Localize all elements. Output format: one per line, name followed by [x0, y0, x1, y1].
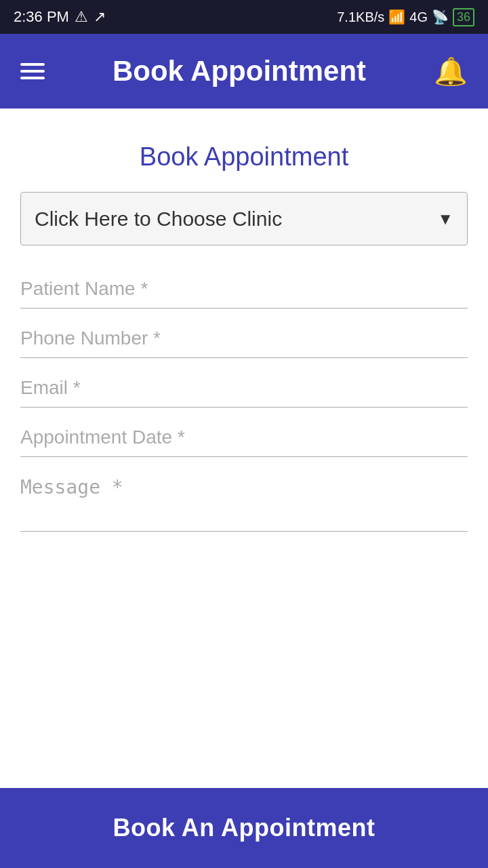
patient-name-group — [20, 266, 468, 309]
clinic-dropdown-wrapper[interactable]: Click Here to Choose Clinic ▼ — [20, 192, 468, 245]
wifi-icon: 📡 — [432, 9, 449, 25]
clinic-select[interactable]: Click Here to Choose Clinic — [21, 193, 467, 245]
form-title: Book Appointment — [20, 129, 468, 192]
network-icon: ↗ — [94, 8, 106, 26]
email-input[interactable] — [20, 365, 468, 408]
app-bar: Book Appointment 🔔 — [0, 34, 488, 108]
email-group — [20, 365, 468, 408]
appointment-date-input[interactable] — [20, 414, 468, 457]
form-card: Book Appointment Click Here to Choose Cl… — [0, 108, 488, 548]
menu-button[interactable] — [20, 63, 45, 79]
time-display: 2:36 PM — [14, 8, 69, 26]
alert-icon: ⚠ — [75, 8, 88, 26]
phone-number-input[interactable] — [20, 315, 468, 358]
signal-icon: 📶 — [388, 9, 405, 25]
status-left: 2:36 PM ⚠ ↗ — [14, 8, 106, 26]
app-bar-title: Book Appointment — [113, 55, 366, 87]
status-right: 7.1KB/s 📶 4G 📡 36 — [337, 8, 474, 26]
notification-bell-icon[interactable]: 🔔 — [434, 56, 468, 87]
speed-display: 7.1KB/s — [337, 9, 384, 25]
content-area: Book Appointment Click Here to Choose Cl… — [0, 108, 488, 788]
message-input[interactable] — [20, 464, 468, 532]
phone-number-group — [20, 315, 468, 358]
message-group — [20, 464, 468, 534]
patient-name-input[interactable] — [20, 266, 468, 309]
network-type: 4G — [409, 9, 428, 25]
status-bar: 2:36 PM ⚠ ↗ 7.1KB/s 📶 4G 📡 36 — [0, 0, 488, 34]
content-spacer — [0, 548, 488, 788]
appointment-date-group — [20, 414, 468, 457]
battery-display: 36 — [453, 8, 474, 26]
book-appointment-button[interactable]: Book An Appointment — [0, 788, 488, 868]
